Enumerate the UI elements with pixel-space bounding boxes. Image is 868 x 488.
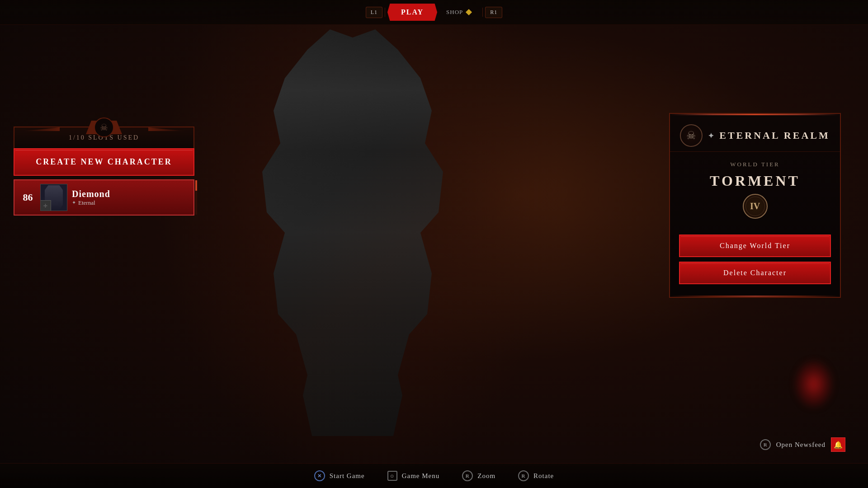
eternal-icon: ✦ — [72, 200, 76, 206]
realm-header: ☠ ✦ ETERNAL REALM — [670, 115, 840, 152]
game-menu-label: Game Menu — [402, 472, 440, 480]
notification-bell-icon[interactable]: 🔔 — [831, 437, 845, 452]
skull-circle: ☠ — [94, 117, 114, 137]
bottom-bar: ✕ Start Game ⊙ Game Menu R Zoom R Rotate — [0, 463, 868, 488]
character-info: Diemond ✦ Eternal — [72, 189, 188, 206]
r-button-label: R — [764, 442, 767, 447]
rotate-action[interactable]: R Rotate — [518, 470, 554, 481]
play-label: PLAY — [401, 8, 424, 16]
character-name: Diemond — [72, 189, 188, 199]
realm-skull-emblem: ☠ — [680, 124, 703, 147]
character-list-item[interactable]: 86 ☩ Diemond ✦ Eternal — [14, 179, 194, 216]
tier-numeral: IV — [750, 201, 760, 211]
world-tier-section: WORLD TIER TORMENT IV — [670, 152, 840, 228]
realm-title: ✦ ETERNAL REALM — [708, 130, 830, 141]
realm-name-text: ETERNAL REALM — [719, 130, 830, 141]
realm-panel-container: ☠ ✦ ETERNAL REALM WORLD TIER TORMENT IV … — [669, 113, 841, 298]
rotate-controller-icon: R — [518, 470, 529, 481]
l1-trigger[interactable]: L1 — [366, 7, 382, 18]
character-display — [190, 18, 515, 447]
panel-bottom-decoration — [670, 296, 840, 297]
left-character-panel: ☠ 1/10 SLOTS USED CREATE NEW CHARACTER 8… — [14, 127, 194, 216]
zoom-label: Zoom — [477, 472, 495, 480]
scroll-thumb — [195, 180, 197, 191]
nav-separator-right — [482, 8, 483, 17]
character-class-icon: ☩ — [40, 200, 51, 211]
shop-badge-icon — [466, 9, 472, 15]
action-buttons-container: Change World Tier Delete Character — [670, 228, 840, 296]
r1-trigger[interactable]: R1 — [485, 7, 502, 18]
character-level: 86 — [20, 192, 36, 203]
right-realm-panel: ☠ ✦ ETERNAL REALM WORLD TIER TORMENT IV … — [669, 113, 841, 298]
shop-label: SHOP — [446, 9, 463, 16]
zoom-action[interactable]: R Zoom — [462, 470, 495, 481]
class-symbol: ☩ — [43, 203, 47, 208]
panel-header: ☠ 1/10 SLOTS USED — [14, 127, 194, 148]
play-nav-button[interactable]: PLAY — [387, 4, 437, 21]
delete-character-button[interactable]: Delete Character — [679, 262, 831, 284]
character-realm: ✦ Eternal — [72, 199, 188, 206]
zoom-controller-icon: R — [462, 470, 473, 481]
r-controller-button: R — [760, 439, 771, 450]
character-portrait: ☩ — [40, 184, 67, 211]
realm-skull-icon: ☠ — [686, 129, 696, 142]
character-silhouette — [240, 29, 466, 436]
realm-name: Eternal — [78, 199, 95, 206]
start-game-action[interactable]: ✕ Start Game — [314, 470, 365, 481]
zoom-button-label: R — [466, 473, 470, 479]
difficulty-title: TORMENT — [710, 173, 800, 189]
tier-badge: IV — [743, 194, 768, 219]
panel-skull-top: ☠ — [94, 117, 114, 137]
joystick-icon: ⊙ — [387, 471, 397, 481]
x-button-label: ✕ — [317, 473, 322, 479]
r1-label: R1 — [490, 9, 497, 15]
skull-icon: ☠ — [100, 122, 108, 133]
game-menu-action[interactable]: ⊙ Game Menu — [387, 471, 440, 481]
rotate-label: Rotate — [533, 472, 554, 480]
change-world-tier-button[interactable]: Change World Tier — [679, 235, 831, 257]
joystick-symbol: ⊙ — [390, 474, 394, 479]
realm-cross-icon: ✦ — [708, 131, 716, 140]
nav-separator-left — [385, 8, 385, 17]
rotate-button-label: R — [522, 473, 526, 479]
blood-effect — [796, 361, 832, 407]
x-button-icon: ✕ — [314, 470, 325, 481]
top-navigation: L1 PLAY SHOP R1 — [0, 0, 868, 25]
create-new-character-button[interactable]: CREATE NEW CHARACTER — [14, 148, 194, 176]
scroll-indicator — [195, 180, 197, 215]
newsfeed-label: Open Newsfeed — [776, 441, 826, 449]
l1-label: L1 — [371, 9, 377, 15]
character-list: 86 ☩ Diemond ✦ Eternal — [14, 179, 194, 216]
start-game-label: Start Game — [330, 472, 365, 480]
shop-nav-button[interactable]: SHOP — [437, 5, 480, 19]
bell-icon: 🔔 — [834, 441, 843, 449]
world-tier-label: WORLD TIER — [730, 161, 780, 168]
newsfeed-area: R Open Newsfeed 🔔 — [760, 437, 845, 452]
